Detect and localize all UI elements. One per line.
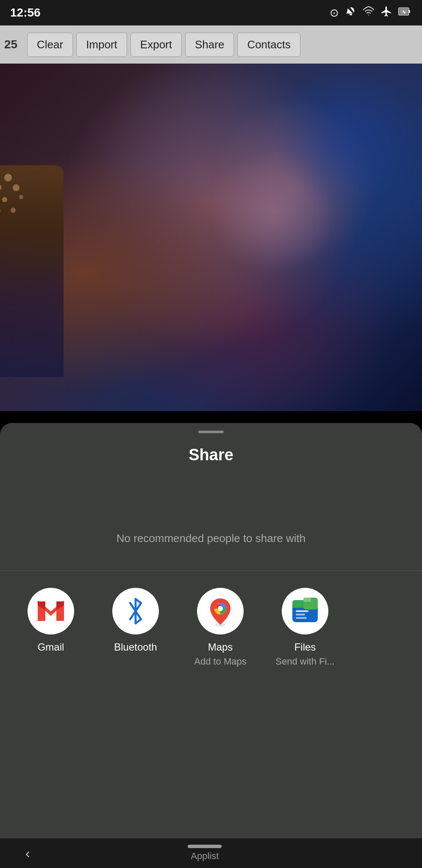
home-pill[interactable]	[188, 845, 222, 848]
no-recommended-text: No recommended people to share with	[0, 532, 422, 545]
maps-icon	[203, 594, 237, 628]
bluetooth-share-item[interactable]: Bluetooth	[97, 588, 174, 654]
app-label: Applist	[191, 851, 219, 862]
files-sublabel: Send with Fi...	[275, 656, 334, 667]
status-time: 12:56	[10, 6, 41, 19]
action-bar: 25 Clear Import Export Share Contacts	[0, 25, 422, 64]
bluetooth-label: Bluetooth	[114, 640, 157, 654]
svg-rect-15	[296, 614, 305, 615]
maps-icon-circle	[197, 588, 244, 634]
background-image	[0, 64, 422, 411]
contacts-button[interactable]: Contacts	[237, 33, 300, 57]
svg-rect-1	[409, 10, 410, 13]
action-bar-number: 25	[4, 38, 21, 51]
svg-point-8	[218, 606, 223, 611]
share-button[interactable]: Share	[185, 33, 234, 57]
bluetooth-icon	[123, 594, 148, 628]
notification-off-icon	[345, 6, 357, 20]
podcast-icon: ⊙	[330, 6, 339, 19]
files-share-item[interactable]: Files Send with Fi...	[267, 588, 343, 667]
bottom-nav: ‹ Applist	[0, 838, 422, 868]
gmail-icon-circle	[28, 588, 74, 634]
import-button[interactable]: Import	[76, 33, 127, 57]
status-icons: ⊙	[330, 6, 412, 20]
svg-rect-13	[303, 598, 311, 602]
bluetooth-icon-circle	[112, 588, 159, 634]
share-title: Share	[0, 446, 422, 464]
files-label: Files	[294, 640, 316, 654]
export-button[interactable]: Export	[130, 33, 182, 57]
wifi-icon	[363, 6, 375, 20]
gmail-icon	[36, 600, 66, 623]
fish-shape	[0, 165, 64, 377]
maps-sublabel: Add to Maps	[194, 656, 247, 667]
share-sheet: Share No recommended people to share wit…	[0, 423, 422, 838]
svg-rect-11	[292, 604, 305, 608]
clear-button[interactable]: Clear	[27, 33, 73, 57]
gmail-share-item[interactable]: Gmail	[13, 588, 89, 654]
maps-share-item[interactable]: Maps Add to Maps	[182, 588, 258, 667]
gmail-label: Gmail	[38, 640, 64, 654]
drag-handle[interactable]	[198, 431, 224, 433]
files-icon	[288, 594, 322, 628]
back-button[interactable]: ‹	[25, 846, 30, 861]
airplane-icon	[380, 6, 392, 20]
maps-label: Maps	[208, 640, 233, 654]
files-icon-circle	[282, 588, 328, 634]
svg-rect-14	[296, 610, 308, 612]
svg-rect-16	[296, 617, 307, 619]
battery-icon	[398, 6, 412, 20]
status-bar: 12:56 ⊙	[0, 0, 422, 25]
app-grid: Gmail Bluetooth	[0, 571, 422, 680]
